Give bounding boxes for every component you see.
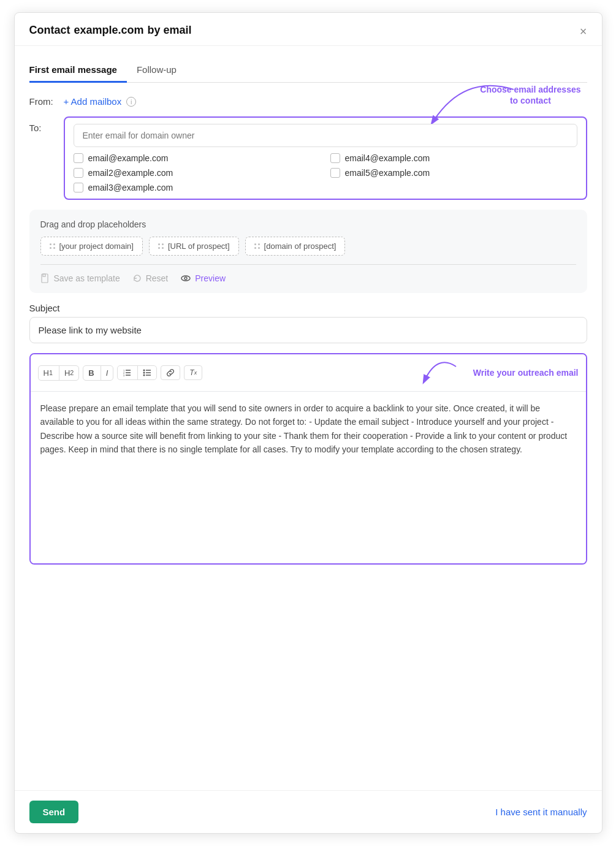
editor-annotation-arrow (419, 360, 468, 385)
reset-button[interactable]: Reset (132, 273, 169, 283)
modal-body: First email message Follow-up From: + Ad… (15, 46, 602, 790)
tab-followup[interactable]: Follow-up (127, 58, 186, 83)
heading-group: H1 H2 (38, 365, 80, 381)
ol-icon: 1 2 3 (123, 368, 131, 377)
from-row: From: + Add mailbox i (29, 96, 587, 107)
list-item[interactable]: email4@example.com (330, 153, 577, 163)
svg-point-11 (143, 370, 145, 371)
email-input[interactable] (74, 124, 577, 147)
add-mailbox-button[interactable]: + Add mailbox (64, 96, 122, 107)
to-box: email@example.com email4@example.com ema… (64, 116, 587, 200)
preview-button[interactable]: Preview (180, 273, 226, 283)
list-item[interactable]: email@example.com (74, 153, 321, 163)
chip-label-3: [domain of prospect] (264, 242, 337, 251)
modal-footer: Send I have sent it manually (15, 790, 602, 833)
list-item[interactable]: email3@example.com (74, 183, 321, 192)
h2-button[interactable]: H2 (59, 366, 78, 380)
list-group: 1 2 3 (117, 365, 157, 380)
info-icon[interactable]: i (126, 97, 136, 107)
italic-button[interactable]: I (101, 366, 113, 380)
email-grid: email@example.com email4@example.com ema… (74, 153, 577, 192)
email-checkbox-5[interactable] (330, 168, 340, 178)
email-value-5: email5@example.com (345, 168, 430, 178)
editor-annotation-area: Write your outreach email (419, 360, 579, 385)
editor-section: H1 H2 B I 1 2 3 (29, 353, 587, 565)
title-contact: Contact (29, 24, 70, 37)
svg-point-4 (184, 277, 187, 280)
dnd-title: Drag and drop placeholders (40, 219, 576, 229)
clear-format-button[interactable]: Tx (184, 365, 202, 380)
subject-label: Subject (29, 303, 587, 313)
editor-content[interactable]: Please prepare an email template that yo… (31, 392, 586, 563)
tab-first-email[interactable]: First email message (29, 58, 127, 83)
eye-icon (180, 273, 191, 283)
preview-label: Preview (195, 273, 226, 283)
modal-dialog: Contact example.com by email × First ema… (14, 12, 603, 834)
svg-point-13 (143, 375, 145, 376)
editor-text: Please prepare an email template that yo… (40, 403, 568, 454)
dnd-chips: [your project domain] [URL of prospect] … (40, 237, 576, 256)
title-by: by email (148, 24, 192, 37)
save-template-button[interactable]: Save as template (40, 273, 120, 283)
email-value-2: email2@example.com (88, 168, 173, 178)
to-label: To: (29, 116, 59, 133)
email-value-4: email4@example.com (345, 153, 430, 163)
list-item[interactable]: email5@example.com (330, 168, 577, 178)
email-checkbox-2[interactable] (74, 168, 83, 178)
tabs-container: First email message Follow-up (29, 58, 587, 83)
bold-button[interactable]: B (83, 366, 99, 380)
subject-section: Subject (29, 303, 587, 343)
email-value-3: email3@example.com (88, 183, 173, 192)
subject-input[interactable] (29, 317, 587, 343)
modal-title: Contact example.com by email (29, 24, 192, 37)
h1-button[interactable]: H1 (39, 366, 58, 380)
dnd-chip-domain-prospect[interactable]: [domain of prospect] (245, 237, 346, 256)
from-area: From: + Add mailbox i Choose email addre… (29, 93, 587, 107)
file-icon (40, 273, 50, 283)
svg-rect-2 (43, 274, 45, 276)
list-item[interactable]: email2@example.com (74, 168, 321, 178)
email-checkbox-3[interactable] (74, 183, 83, 192)
modal-header: Contact example.com by email × (15, 13, 602, 46)
ordered-list-button[interactable]: 1 2 3 (118, 366, 136, 379)
email-checkbox-1[interactable] (74, 153, 83, 163)
drag-icon (254, 243, 260, 249)
chip-label-1: [your project domain] (59, 242, 134, 251)
drag-icon (50, 243, 56, 249)
dnd-actions: Save as template Reset Preview (40, 273, 576, 283)
svg-text:3: 3 (123, 374, 125, 377)
email-checkbox-4[interactable] (330, 153, 340, 163)
dnd-section: Drag and drop placeholders [your project… (29, 210, 587, 293)
close-button[interactable]: × (577, 23, 590, 40)
editor-toolbar: H1 H2 B I 1 2 3 (31, 354, 586, 392)
drag-icon (158, 243, 164, 249)
to-section: To: email@example.com email4@example.com… (29, 116, 587, 200)
email-value-1: email@example.com (88, 153, 169, 163)
save-template-label: Save as template (54, 273, 120, 283)
manual-link[interactable]: I have sent it manually (495, 807, 587, 817)
send-button[interactable]: Send (29, 801, 79, 823)
title-domain: example.com (74, 24, 144, 37)
from-label: From: (29, 96, 59, 107)
reset-label: Reset (146, 273, 169, 283)
link-icon (166, 368, 175, 377)
ul-icon (143, 368, 151, 377)
dnd-chip-project-domain[interactable]: [your project domain] (40, 237, 143, 256)
svg-point-12 (143, 372, 145, 374)
unordered-list-button[interactable] (137, 366, 156, 379)
svg-point-3 (181, 276, 190, 281)
chip-label-2: [URL of prospect] (168, 242, 230, 251)
reset-icon (132, 273, 142, 283)
format-group: B I (83, 365, 113, 381)
link-button[interactable] (161, 365, 180, 380)
editor-annotation-text: Write your outreach email (473, 368, 579, 378)
dnd-chip-url-prospect[interactable]: [URL of prospect] (149, 237, 239, 256)
dnd-divider (40, 264, 576, 265)
